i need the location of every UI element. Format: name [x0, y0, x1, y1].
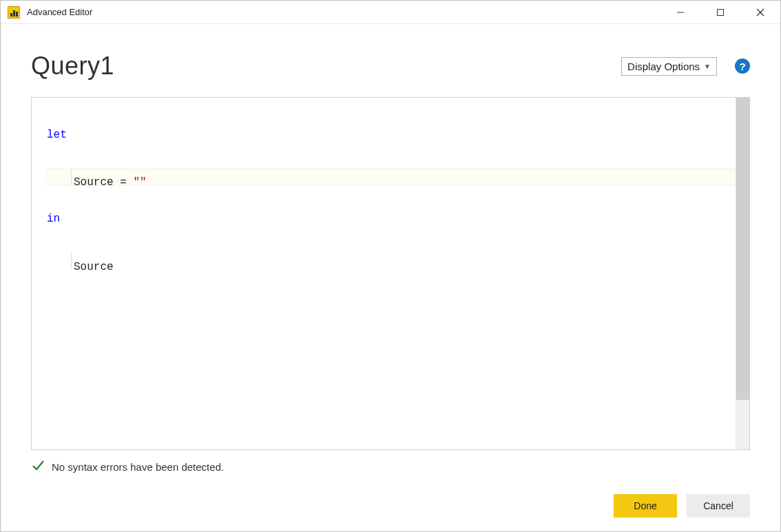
- app-icon: [8, 6, 20, 19]
- string-literal: "": [133, 176, 146, 189]
- code-line: let: [45, 127, 736, 144]
- window-title: Advanced Editor: [27, 7, 92, 17]
- maximize-icon: [716, 8, 725, 17]
- code-text: Source =: [74, 176, 133, 189]
- keyword-let: let: [47, 129, 67, 141]
- code-text: Source: [74, 261, 114, 273]
- code-line: Source: [45, 253, 736, 270]
- display-options-label: Display Options: [627, 61, 700, 72]
- svg-rect-1: [718, 9, 724, 15]
- content-area: Query1 Display Options ▼ ? let Source = …: [1, 24, 780, 531]
- help-button[interactable]: ?: [735, 58, 750, 74]
- window-controls: [660, 1, 780, 23]
- minimize-icon: [676, 8, 685, 17]
- help-icon: ?: [739, 61, 745, 72]
- chevron-down-icon: ▼: [704, 63, 711, 70]
- titlebar: Advanced Editor: [1, 1, 780, 24]
- close-icon: [756, 8, 764, 17]
- code-line: in: [45, 211, 736, 228]
- maximize-button[interactable]: [700, 1, 740, 23]
- display-options-dropdown[interactable]: Display Options ▼: [621, 57, 717, 76]
- footer-buttons: Done Cancel: [31, 475, 750, 518]
- minimize-button[interactable]: [660, 1, 700, 23]
- code-editor[interactable]: let Source = "" in Source: [31, 97, 750, 450]
- done-button[interactable]: Done: [614, 494, 677, 518]
- done-button-label: Done: [634, 500, 656, 511]
- vertical-scrollbar[interactable]: [736, 98, 749, 449]
- status-message: No syntax errors have been detected.: [52, 461, 224, 473]
- checkmark-icon: [31, 458, 45, 475]
- keyword-in: in: [47, 213, 60, 225]
- advanced-editor-window: Advanced Editor Query1 Display Options ▼…: [0, 0, 781, 532]
- status-row: No syntax errors have been detected.: [31, 458, 750, 475]
- query-title: Query1: [31, 52, 114, 81]
- editor-surface[interactable]: let Source = "" in Source: [32, 98, 736, 449]
- code-line-active: Source = "": [45, 169, 736, 186]
- cancel-button[interactable]: Cancel: [687, 494, 750, 518]
- cancel-button-label: Cancel: [703, 500, 733, 511]
- scrollbar-thumb[interactable]: [736, 98, 749, 400]
- header-row: Query1 Display Options ▼ ?: [31, 52, 750, 81]
- close-button[interactable]: [740, 1, 780, 23]
